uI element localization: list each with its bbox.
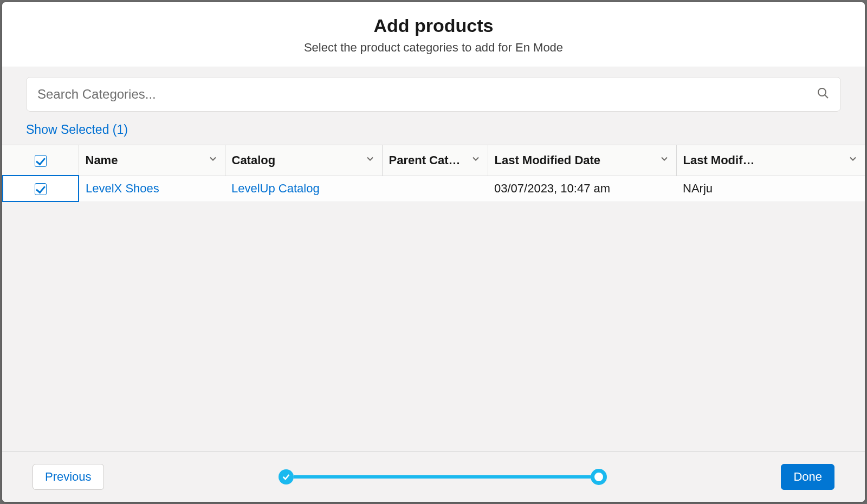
column-last-modified-by[interactable]: Last Modif…: [676, 145, 865, 176]
progress-step-current: [591, 469, 607, 485]
svg-point-0: [818, 88, 826, 96]
row-select-cell: [3, 176, 79, 202]
show-selected-link[interactable]: Show Selected (1): [26, 122, 128, 137]
search-icon[interactable]: [817, 87, 830, 102]
chevron-down-icon: [659, 153, 670, 167]
show-selected-bar: Show Selected (1): [2, 119, 865, 145]
column-lmd-label: Last Modified Date: [495, 153, 601, 167]
chevron-down-icon: [847, 153, 858, 167]
modal-footer: Previous Done: [2, 451, 865, 502]
cell-catalog[interactable]: LevelUp Catalog: [225, 176, 382, 202]
modal-title: Add products: [13, 15, 854, 36]
modal-subtitle: Select the product categories to add for…: [13, 41, 854, 55]
previous-button[interactable]: Previous: [33, 464, 104, 490]
select-all-checkbox[interactable]: [35, 155, 47, 167]
table-container: Name Catalog: [2, 145, 865, 451]
done-button[interactable]: Done: [781, 464, 834, 490]
chevron-down-icon: [470, 153, 481, 167]
column-parent-label: Parent Cat…: [389, 153, 461, 167]
modal-header: Add products Select the product categori…: [2, 2, 865, 67]
column-last-modified-date[interactable]: Last Modified Date: [488, 145, 676, 176]
table-header-row: Name Catalog: [3, 145, 865, 176]
search-area: [2, 67, 865, 119]
column-name[interactable]: Name: [79, 145, 225, 176]
column-parent[interactable]: Parent Cat…: [382, 145, 488, 176]
chevron-down-icon: [208, 153, 218, 167]
search-input[interactable]: [27, 87, 840, 102]
progress-line: [294, 475, 591, 479]
column-name-label: Name: [86, 153, 118, 167]
column-catalog[interactable]: Catalog: [225, 145, 382, 176]
add-products-modal: Add products Select the product categori…: [2, 2, 865, 502]
table-row[interactable]: LevelX Shoes LevelUp Catalog 03/07/2023,…: [3, 176, 865, 202]
progress-indicator: [104, 469, 781, 485]
categories-table: Name Catalog: [2, 145, 865, 202]
chevron-down-icon: [365, 153, 376, 167]
cell-last-modified-date: 03/07/2023, 10:47 am: [488, 176, 676, 202]
column-catalog-label: Catalog: [232, 153, 276, 167]
cell-name[interactable]: LevelX Shoes: [79, 176, 225, 202]
column-select-all: [3, 145, 79, 176]
progress-step-completed: [279, 469, 294, 484]
cell-last-modified-by: NArju: [676, 176, 865, 202]
row-checkbox[interactable]: [35, 183, 47, 195]
search-wrap: [26, 77, 841, 112]
column-lmb-label: Last Modif…: [683, 153, 755, 167]
cell-parent: [382, 176, 488, 202]
svg-line-1: [825, 95, 828, 98]
